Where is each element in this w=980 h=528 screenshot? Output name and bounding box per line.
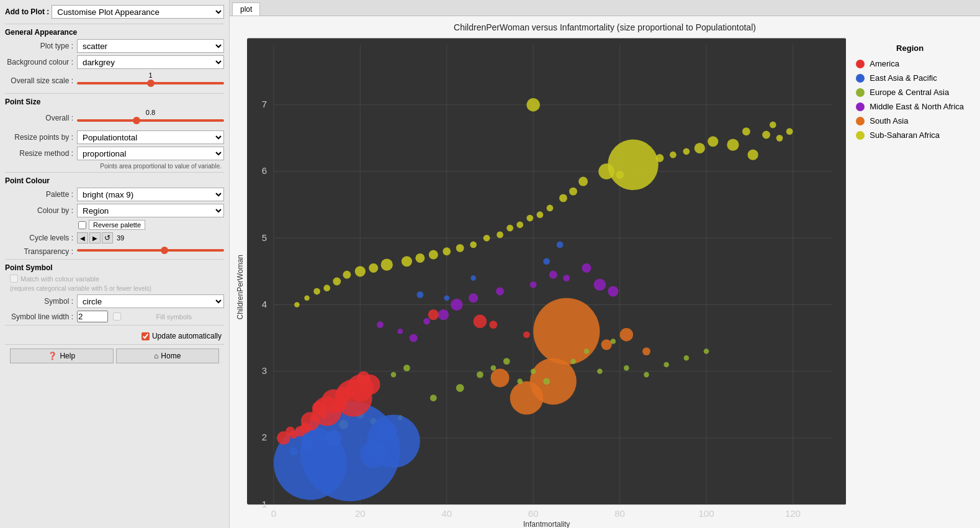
legend-item-europe: Europe & Central Asia [856, 88, 964, 97]
overall-size-slider[interactable] [77, 79, 224, 88]
fill-symbols-checkbox[interactable] [113, 312, 121, 321]
plot-container: ChildrenPerWoman versus Infantmortality … [236, 22, 974, 528]
cycle-reset-button[interactable]: ↺ [102, 232, 113, 244]
help-icon: ❓ [48, 352, 57, 360]
resize-method-select[interactable]: proportional [77, 147, 224, 160]
svg-point-84 [594, 279, 606, 291]
svg-point-54 [415, 253, 425, 263]
plot-type-select[interactable]: scatter [77, 39, 224, 53]
svg-point-104 [597, 368, 603, 374]
svg-point-69 [533, 298, 600, 365]
svg-point-107 [611, 339, 616, 344]
match-colour-note: (requires categorical variable with 5 or… [5, 285, 224, 292]
svg-point-42 [559, 194, 567, 202]
svg-point-86 [377, 321, 384, 328]
svg-point-77 [451, 299, 462, 311]
colour-by-label: Colour by : [5, 206, 73, 215]
resize-points-row: Resize points by : Populationtotal [5, 130, 224, 144]
svg-point-131 [310, 414, 317, 421]
svg-point-81 [549, 271, 557, 279]
reverse-palette-checkbox[interactable] [78, 221, 86, 229]
svg-point-44 [537, 211, 544, 218]
svg-point-62 [313, 288, 320, 295]
svg-point-99 [517, 379, 523, 385]
legend-item-south-asia: South Asia [856, 116, 964, 125]
svg-text:0: 0 [271, 508, 276, 519]
svg-point-101 [543, 378, 550, 385]
svg-point-63 [304, 295, 310, 301]
bg-color-label: Background colour : [5, 58, 73, 66]
svg-point-118 [326, 430, 342, 446]
svg-point-111 [684, 355, 690, 361]
resize-points-label: Resize points by : [5, 133, 73, 142]
resize-points-select[interactable]: Populationtotal [77, 130, 224, 144]
svg-point-119 [302, 439, 312, 450]
legend-item-east-asia: East Asia & Pacific [856, 73, 964, 83]
home-button[interactable]: ⌂ Home [116, 348, 220, 363]
resize-method-label: Resize method : [5, 149, 73, 158]
svg-point-82 [563, 275, 570, 281]
svg-point-139 [357, 371, 370, 385]
chart-title: ChildrenPerWoman versus Infantmortality … [454, 22, 756, 32]
svg-text:6: 6 [262, 165, 267, 176]
colour-by-select[interactable]: Region [77, 204, 224, 217]
transparency-slider[interactable] [77, 246, 224, 255]
legend-title: Region [856, 43, 964, 53]
svg-point-36 [770, 122, 776, 129]
plot-tab[interactable]: plot [232, 2, 260, 16]
point-overall-slider[interactable] [77, 116, 224, 125]
legend-dot-mena [856, 102, 865, 111]
svg-point-80 [530, 281, 537, 288]
svg-text:120: 120 [785, 508, 801, 519]
svg-point-72 [491, 368, 510, 387]
svg-point-105 [391, 372, 397, 378]
svg-point-94 [430, 394, 437, 401]
svg-point-68 [616, 171, 624, 179]
svg-point-53 [429, 250, 438, 260]
svg-point-96 [477, 371, 483, 378]
update-auto-checkbox[interactable] [142, 332, 150, 340]
svg-point-48 [497, 232, 503, 239]
bg-color-select[interactable]: darkgrey [77, 55, 224, 69]
svg-point-50 [470, 242, 477, 248]
svg-point-130 [320, 411, 328, 419]
reverse-palette-row: Reverse palette [5, 220, 224, 230]
reverse-palette-button[interactable]: Reverse palette [89, 220, 145, 230]
cycle-prev-button[interactable]: ◀ [77, 232, 88, 244]
svg-point-45 [526, 215, 533, 222]
svg-point-116 [360, 441, 387, 468]
help-button[interactable]: ❓ Help [10, 348, 114, 363]
legend-label-east-asia: East Asia & Pacific [870, 73, 937, 83]
svg-point-74 [601, 339, 612, 350]
svg-point-51 [456, 244, 464, 252]
resize-method-row: Resize method : proportional [5, 147, 224, 160]
svg-point-145 [523, 331, 530, 338]
svg-point-106 [403, 365, 410, 371]
cycle-next-button[interactable]: ▶ [89, 232, 101, 244]
add-to-plot-select[interactable]: Customise Plot Appearance [52, 5, 224, 19]
symbol-line-row: Symbol line width : Fill symbols [5, 311, 224, 322]
x-axis-label: Infantmortality [247, 520, 846, 528]
symbol-line-input[interactable] [77, 311, 108, 322]
svg-point-97 [491, 365, 497, 371]
svg-point-56 [381, 258, 393, 270]
point-symbol-title: Point Symbol [5, 263, 224, 272]
svg-text:4: 4 [262, 299, 267, 309]
point-size-title: Point Size [5, 98, 224, 106]
svg-point-49 [483, 235, 490, 242]
svg-point-37 [776, 135, 783, 142]
svg-point-43 [547, 205, 554, 212]
svg-point-39 [598, 163, 614, 180]
bottom-buttons: ❓ Help ⌂ Home [5, 344, 224, 367]
legend-label-south-asia: South Asia [870, 116, 908, 125]
svg-text:1: 1 [262, 499, 267, 509]
palette-select[interactable]: bright (max 9) [77, 188, 224, 201]
svg-point-124 [416, 291, 423, 298]
match-colour-checkbox[interactable] [10, 275, 18, 283]
svg-text:7: 7 [262, 99, 267, 109]
symbol-select[interactable]: circle [77, 294, 224, 308]
legend-dot-east-asia [856, 74, 865, 83]
svg-point-103 [584, 348, 590, 354]
plot-type-label: Plot type : [5, 42, 73, 50]
svg-point-125 [557, 242, 564, 248]
